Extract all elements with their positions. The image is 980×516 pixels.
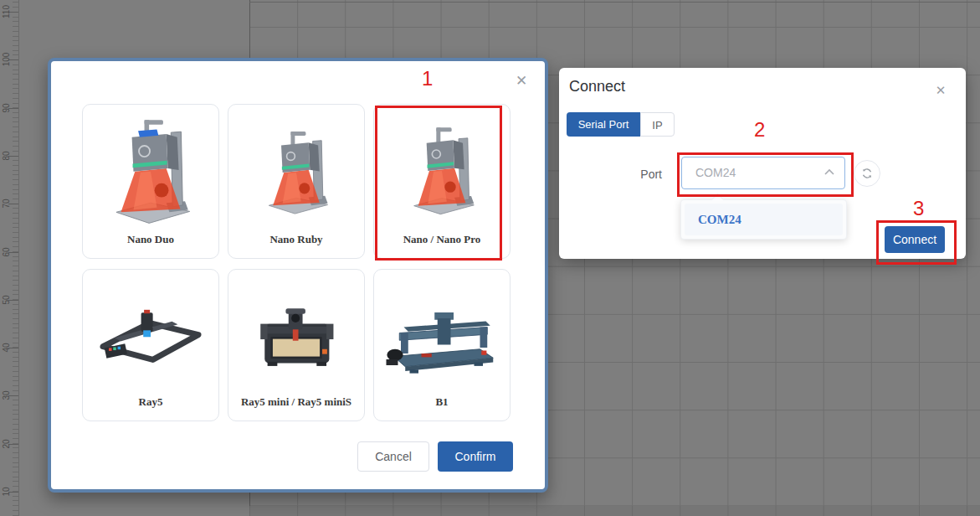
- nano-ruby-image: [228, 105, 364, 233]
- chevron-up-icon: [824, 168, 834, 175]
- vertical-ruler: 110100908070605040302010: [0, 0, 19, 516]
- machine-card-nano-nano-pro[interactable]: Nano / Nano Pro: [373, 104, 511, 259]
- port-select[interactable]: COM24: [681, 157, 845, 189]
- connect-dialog: Connect ✕ Serial Port IP Port COM24 COM2…: [559, 68, 966, 259]
- machine-card-ray5-mini[interactable]: Ray5 mini / Ray5 miniS: [228, 269, 365, 421]
- machine-card-nano-ruby[interactable]: Nano Ruby: [228, 104, 365, 259]
- machine-card-ray5[interactable]: Ray5: [82, 269, 219, 421]
- confirm-button[interactable]: Confirm: [438, 441, 513, 472]
- workspace-grid-edge: [249, 506, 980, 516]
- machine-card-nano-duo[interactable]: Nano Duo: [82, 104, 219, 259]
- machine-label: Ray5 mini / Ray5 miniS: [241, 395, 351, 421]
- connect-dialog-title: Connect: [569, 78, 625, 95]
- workarea-top-edge: [249, 2, 980, 3]
- port-select-value: COM24: [695, 157, 736, 188]
- machine-card-b1[interactable]: B1: [373, 269, 511, 421]
- tab-ip[interactable]: IP: [640, 112, 675, 137]
- b1-image: [374, 270, 510, 395]
- nano-nano-pro-image: [374, 105, 510, 233]
- close-icon[interactable]: ✕: [510, 70, 533, 93]
- annotation-step-2: 2: [754, 118, 765, 142]
- annotation-step-1: 1: [422, 67, 433, 90]
- machine-label: Nano Ruby: [269, 233, 322, 258]
- cancel-button[interactable]: Cancel: [357, 441, 429, 472]
- connect-button[interactable]: Connect: [885, 226, 945, 253]
- machine-label: Nano / Nano Pro: [403, 233, 481, 258]
- refresh-ports-button[interactable]: [854, 160, 880, 187]
- annotation-step-3: 3: [913, 197, 924, 220]
- ray5-image: [83, 270, 218, 395]
- nano-duo-image: [83, 105, 218, 233]
- ray5-mini-image: [228, 270, 364, 395]
- machine-label: Ray5: [139, 395, 163, 421]
- app-window: 110100908070605040302010 ✕: [0, 0, 980, 516]
- machine-label: B1: [435, 395, 448, 421]
- dropdown-option-com24[interactable]: COM24: [685, 204, 843, 235]
- port-label: Port: [609, 168, 662, 181]
- select-machine-dialog: ✕ Nano Duo: [48, 58, 548, 493]
- tab-serial-port[interactable]: Serial Port: [567, 112, 640, 137]
- refresh-icon: [861, 168, 873, 179]
- close-icon[interactable]: ✕: [930, 80, 952, 101]
- machine-label: Nano Duo: [127, 233, 174, 258]
- port-dropdown-list: COM24: [680, 199, 847, 240]
